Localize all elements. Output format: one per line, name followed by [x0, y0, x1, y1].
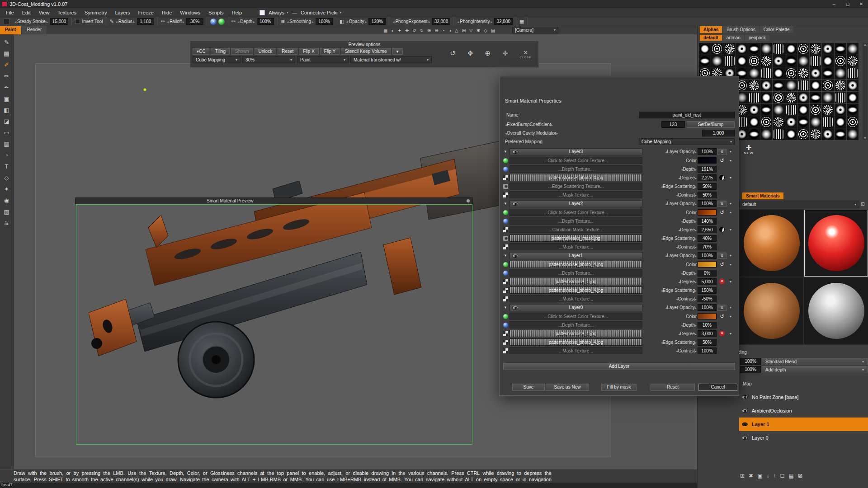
- alpha-brush-thumbnail[interactable]: [797, 55, 809, 67]
- move-icon[interactable]: ✥: [467, 49, 473, 57]
- moon-mode-icon[interactable]: [719, 175, 725, 180]
- alpha-brush-thumbnail[interactable]: [797, 92, 809, 103]
- red-mode-icon[interactable]: ✕: [719, 331, 725, 336]
- move-layer-icon[interactable]: ⊟: [780, 473, 784, 479]
- blend-mode-dropdown-standard-blend[interactable]: Standard Blend▾: [762, 358, 868, 365]
- menu-help[interactable]: Help: [228, 10, 246, 15]
- texture-slot[interactable]: patterns\noise_photo_4.jpg: [509, 261, 642, 268]
- preview-more-dropdown[interactable]: ▾: [392, 48, 403, 55]
- alpha-brush-thumbnail[interactable]: [785, 92, 797, 103]
- symmetry-icon[interactable]: ✦: [398, 28, 401, 33]
- degree-value[interactable]: 3,000: [698, 330, 717, 337]
- alpha-brush-thumbnail[interactable]: [748, 116, 760, 128]
- visibility-eye-icon[interactable]: [742, 436, 748, 440]
- alpha-brush-thumbnail[interactable]: [748, 104, 760, 116]
- material-channel-icon[interactable]: [218, 19, 225, 25]
- undo-icon[interactable]: ↺: [717, 262, 726, 267]
- alpha-brush-thumbnail[interactable]: [760, 67, 772, 79]
- preview-btn-flip-y[interactable]: Flip Y: [320, 48, 340, 55]
- color-swatch[interactable]: [698, 157, 717, 164]
- alpha-brush-thumbnail[interactable]: [736, 55, 748, 67]
- layer-opacity-value[interactable]: 100%: [698, 200, 717, 207]
- alpha-brush-thumbnail[interactable]: [822, 67, 834, 79]
- alpha-brush-thumbnail[interactable]: [785, 116, 797, 128]
- menu-windows[interactable]: Windows: [176, 10, 204, 15]
- stencil-channel-icon[interactable]: ✕: [210, 19, 217, 25]
- layer-options-caret[interactable]: ▾: [727, 305, 734, 310]
- texture-slot[interactable]: ...Depth Texture...: [509, 321, 642, 328]
- color-swatch[interactable]: [698, 261, 717, 267]
- phong-exponent-value[interactable]: 32,000: [432, 18, 451, 25]
- layer-header-layer3[interactable]: ▼Layer3◂Layer Opacity▸100%X▾: [502, 148, 737, 155]
- alpha-brush-thumbnail[interactable]: [748, 128, 760, 140]
- texture-slot[interactable]: patterns\noise_photo_4.jpg: [509, 338, 642, 346]
- degree-value[interactable]: 2,275: [698, 174, 717, 181]
- alpha-pack-artman[interactable]: artman: [723, 35, 744, 41]
- preview-dropdown-material-transformed-w[interactable]: Material transformed w/▾: [350, 56, 432, 63]
- alpha-brush-thumbnail[interactable]: [748, 92, 760, 103]
- alpha-brush-thumbnail[interactable]: [847, 92, 859, 103]
- alpha-brush-thumbnail[interactable]: [773, 80, 784, 91]
- alpha-brush-thumbnail[interactable]: [847, 80, 859, 91]
- degree-value[interactable]: 5,000: [698, 278, 717, 285]
- delete-layer-icon[interactable]: ✖: [749, 473, 753, 479]
- alpha-brush-thumbnail[interactable]: [748, 67, 760, 79]
- maximize-button[interactable]: ▢: [841, 0, 854, 8]
- texture-slot[interactable]: patterns\noise_1.jpg: [509, 330, 642, 337]
- texture-slot[interactable]: patterns\noise_photo_4.jpg: [509, 286, 642, 294]
- duplicate-layer-icon[interactable]: ▣: [757, 473, 762, 479]
- close-button[interactable]: ✕: [854, 0, 868, 8]
- layer-fx-icon[interactable]: ⊠: [798, 473, 802, 479]
- ghost-icon[interactable]: ◇: [484, 28, 487, 33]
- tab-render[interactable]: Render: [22, 26, 47, 34]
- pen-tool-icon[interactable]: ✒: [2, 84, 12, 91]
- menu-textures[interactable]: Textures: [53, 10, 80, 15]
- menu-scripts[interactable]: Scripts: [204, 10, 228, 15]
- alpha-brush-thumbnail[interactable]: [835, 43, 846, 55]
- invert-tool-checkbox[interactable]: [75, 19, 80, 24]
- preview-dropdown-cube-mapping[interactable]: Cube Mapping▾: [193, 56, 241, 63]
- alpha-brush-thumbnail[interactable]: [773, 128, 784, 140]
- visibility-eye-icon[interactable]: [742, 422, 748, 426]
- tab-paint[interactable]: Paint: [0, 26, 21, 34]
- alpha-brush-thumbnail[interactable]: [785, 43, 797, 55]
- preview-btn-cc[interactable]: ▾CC: [193, 48, 209, 55]
- blend-opacity-value-1[interactable]: 100%: [740, 366, 761, 373]
- texture-slot[interactable]: ...Edge Scattering Texture...: [509, 183, 642, 190]
- alpha-brush-thumbnail[interactable]: [847, 55, 859, 67]
- alpha-brush-thumbnail[interactable]: [835, 128, 846, 140]
- alpha-brush-thumbnail[interactable]: [760, 128, 772, 140]
- layer-opacity-value[interactable]: 100%: [698, 304, 717, 311]
- color-swatch-icon[interactable]: [259, 10, 265, 15]
- alpha-brush-thumbnail[interactable]: [785, 80, 797, 91]
- alpha-brush-thumbnail[interactable]: [711, 43, 723, 55]
- ortho-icon[interactable]: ▽: [469, 28, 473, 33]
- preview-dropdown-paint[interactable]: Paint▾: [297, 56, 349, 63]
- radius-value[interactable]: 1,180: [137, 18, 154, 25]
- alpha-brush-thumbnail[interactable]: [835, 92, 846, 103]
- pencil-tool-icon[interactable]: ✎: [2, 39, 12, 46]
- orange-rust-material[interactable]: [739, 209, 804, 277]
- moon-mode-icon[interactable]: [719, 227, 725, 232]
- layer-header-layer2[interactable]: ▼Layer2◂Layer Opacity▸100%X▾: [502, 200, 737, 207]
- alpha-brush-thumbnail[interactable]: [760, 80, 772, 91]
- tab-alphas[interactable]: Alphas: [700, 26, 722, 33]
- reset-view-icon[interactable]: ↺: [450, 49, 456, 57]
- undo-icon[interactable]: ↺: [717, 158, 726, 164]
- menu-edit[interactable]: Edit: [18, 10, 35, 15]
- alpha-brush-thumbnail[interactable]: [822, 55, 834, 67]
- alpha-brush-thumbnail[interactable]: [822, 92, 834, 103]
- alpha-brush-thumbnail[interactable]: [748, 80, 760, 91]
- contrast-value[interactable]: 50%: [698, 192, 717, 198]
- alpha-brush-thumbnail[interactable]: [785, 128, 797, 140]
- alpha-brush-thumbnail[interactable]: [736, 43, 748, 55]
- save-as-new-button[interactable]: Save as New: [546, 384, 589, 391]
- preferred-mapping-dropdown[interactable]: Cube Mapping ▾: [639, 138, 735, 145]
- redo-icon[interactable]: ↻: [420, 28, 424, 33]
- stamp-tool-icon[interactable]: ▤: [2, 50, 12, 57]
- preview-dropdown-30[interactable]: 30%▾: [242, 56, 295, 63]
- alpha-brush-thumbnail[interactable]: [711, 55, 723, 67]
- layer-delete-button[interactable]: X: [717, 149, 726, 155]
- pan-icon[interactable]: ✛: [502, 49, 508, 57]
- paint-layer-ambientocclusion[interactable]: AmbientOcclusion: [739, 404, 868, 418]
